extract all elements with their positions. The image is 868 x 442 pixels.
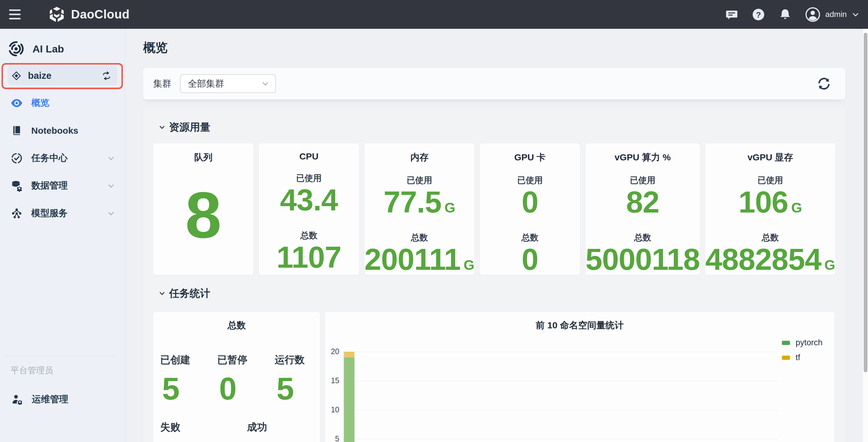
book-icon xyxy=(10,125,23,136)
main-content: 概览 集群 全部集群 资源用量 xyxy=(125,29,868,442)
task-summary-card: 总数 已创建 5 已暂停 0 运行数 5 失败 1 成功 xyxy=(153,312,320,442)
stat-failed: 失败 1 xyxy=(160,420,180,442)
sidebar-item-data-management[interactable]: 数据管理 xyxy=(0,172,125,200)
sidebar-item-notebooks[interactable]: Notebooks xyxy=(0,117,125,144)
queue-value: 8 xyxy=(185,164,222,275)
resources-section-title: 资源用量 xyxy=(169,121,210,134)
workspace-selector[interactable]: baize xyxy=(8,66,118,85)
model-nodes-icon xyxy=(10,207,23,219)
chevron-down-icon xyxy=(261,79,270,88)
ai-lab-icon xyxy=(8,41,24,57)
y-axis-tick-label: 15 xyxy=(325,376,339,385)
used-value: 77.5G xyxy=(383,186,455,218)
total-label: 总数 xyxy=(521,232,538,243)
gpu-card: GPU 卡 已使用 0 总数 0 xyxy=(480,143,580,275)
svg-text:?: ? xyxy=(756,10,761,19)
used-value: 106G xyxy=(738,186,802,218)
sidebar-section-label: 平台管理员 xyxy=(11,365,53,376)
tasks-section-header[interactable]: 任务统计 xyxy=(158,286,845,300)
total-value: 1107 xyxy=(277,241,341,273)
scrollbar-track xyxy=(863,29,868,442)
switch-workspace-icon[interactable] xyxy=(102,71,112,81)
sidebar-item-label: 数据管理 xyxy=(31,179,68,192)
collapse-chevron-icon xyxy=(158,124,166,131)
user-name: admin xyxy=(825,10,847,19)
message-icon[interactable] xyxy=(725,8,738,21)
used-value: 0 xyxy=(522,186,538,218)
card-title: vGPU 显存 xyxy=(747,151,793,164)
chart-legend: pytorch tf xyxy=(782,338,823,362)
card-title: 队列 xyxy=(194,151,212,164)
vgpu-memory-card: vGPU 显存 已使用 106G 总数 4882854G xyxy=(705,143,835,275)
scrollbar-thumb[interactable] xyxy=(864,33,867,372)
vgpu-compute-card: vGPU 算力 % 已使用 82 总数 5000118 xyxy=(585,143,700,275)
user-menu[interactable]: admin xyxy=(805,7,860,22)
stat-paused: 已暂停 0 xyxy=(217,353,247,404)
y-axis-line xyxy=(343,352,343,442)
product-name: AI Lab xyxy=(32,43,64,55)
topbar-actions: ? admin xyxy=(725,7,860,22)
gridline xyxy=(343,381,778,381)
workspace-name: baize xyxy=(28,70,52,81)
cpu-card: CPU 已使用 43.4 总数 1107 xyxy=(259,143,359,275)
chevron-down-icon xyxy=(106,209,116,218)
workspace-diamond-icon xyxy=(11,71,21,81)
help-icon[interactable]: ? xyxy=(752,8,765,21)
resources-section-header[interactable]: 资源用量 xyxy=(158,121,845,134)
cluster-select[interactable]: 全部集群 xyxy=(180,74,276,93)
total-label: 总数 xyxy=(762,232,779,243)
bell-icon[interactable] xyxy=(778,8,792,21)
used-label: 已使用 xyxy=(757,175,783,186)
tasks-row: 总数 已创建 5 已暂停 0 运行数 5 失败 1 成功 xyxy=(153,312,835,442)
sidebar-item-label: 任务中心 xyxy=(31,152,68,164)
chevron-down-icon xyxy=(106,154,116,163)
total-value: 4882854G xyxy=(705,243,835,275)
used-label: 已使用 xyxy=(630,175,656,186)
chevron-down-icon xyxy=(851,11,860,19)
card-title: 内存 xyxy=(410,151,429,164)
chevron-down-icon xyxy=(106,181,116,191)
avatar-icon xyxy=(805,7,820,22)
resource-cards-row: 队列 8 CPU 已使用 43.4 总数 1107 内存 已使用 77.5G 总… xyxy=(153,143,835,275)
sidebar: AI Lab baize xyxy=(0,29,125,442)
collapse-chevron-icon xyxy=(158,290,166,297)
brand-logo[interactable]: DaoCloud xyxy=(48,6,130,23)
unit-label: G xyxy=(824,257,835,273)
tasks-section-title: 任务统计 xyxy=(169,286,210,300)
total-label: 总数 xyxy=(634,232,651,243)
sidebar-item-overview[interactable]: 概览 xyxy=(0,89,125,117)
sidebar-item-label: 运维管理 xyxy=(32,393,68,406)
task-check-icon xyxy=(10,152,23,164)
eye-icon xyxy=(10,97,23,109)
card-title: vGPU 算力 % xyxy=(615,151,671,164)
used-value: 82 xyxy=(626,186,659,218)
cluster-select-value: 全部集群 xyxy=(188,78,224,90)
total-label: 总数 xyxy=(411,232,428,243)
user-gear-icon xyxy=(11,393,23,405)
refresh-icon[interactable] xyxy=(816,76,832,92)
sidebar-item-model-service[interactable]: 模型服务 xyxy=(0,200,125,227)
daocloud-cube-icon xyxy=(48,6,66,23)
legend-marker xyxy=(782,341,790,345)
legend-item-tf[interactable]: tf xyxy=(782,353,823,362)
stat-running: 运行数 5 xyxy=(275,353,305,404)
legend-item-pytorch[interactable]: pytorch xyxy=(782,338,823,347)
bar-segment-pytorch xyxy=(344,358,354,442)
total-value: 5000118 xyxy=(585,243,700,275)
chart-plot-area: 5101520 xyxy=(325,312,834,442)
cluster-filter-bar: 集群 全部集群 xyxy=(143,68,845,99)
sidebar-item-ops-management[interactable]: 运维管理 xyxy=(0,389,125,409)
card-title: GPU 卡 xyxy=(514,151,546,164)
used-label: 已使用 xyxy=(517,175,542,186)
unit-label: G xyxy=(444,200,455,215)
menu-toggle-icon[interactable] xyxy=(9,8,23,21)
total-label: 总数 xyxy=(301,230,317,241)
used-label: 已使用 xyxy=(407,175,432,186)
namespace-chart-card: 前 10 命名空间量统计 5101520 pytorch tf xyxy=(325,312,834,442)
sidebar-item-label: 模型服务 xyxy=(31,207,68,219)
sidebar-item-task-center[interactable]: 任务中心 xyxy=(0,144,125,172)
total-value: 0 xyxy=(522,243,538,275)
total-value: 200111G xyxy=(365,243,474,275)
y-axis-tick-label: 20 xyxy=(325,347,339,356)
memory-card: 内存 已使用 77.5G 总数 200111G xyxy=(365,143,474,275)
